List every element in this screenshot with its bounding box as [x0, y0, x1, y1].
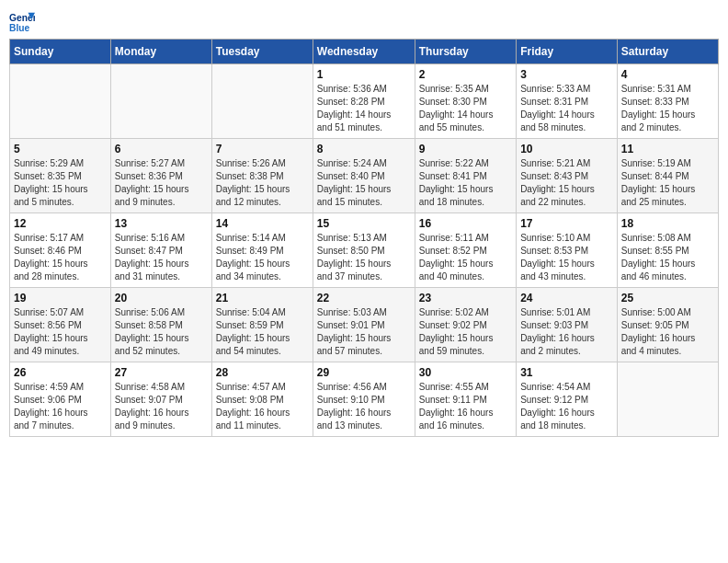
day-cell: 25Sunrise: 5:00 AM Sunset: 9:05 PM Dayli… — [617, 288, 718, 362]
day-cell: 1Sunrise: 5:36 AM Sunset: 8:28 PM Daylig… — [313, 64, 415, 139]
day-cell: 14Sunrise: 5:14 AM Sunset: 8:49 PM Dayli… — [211, 213, 313, 288]
day-info: Sunrise: 5:21 AM Sunset: 8:43 PM Dayligh… — [520, 157, 613, 209]
day-number: 30 — [419, 366, 512, 379]
day-info: Sunrise: 5:07 AM Sunset: 8:56 PM Dayligh… — [14, 306, 107, 358]
day-cell: 4Sunrise: 5:31 AM Sunset: 8:33 PM Daylig… — [617, 64, 718, 139]
day-info: Sunrise: 5:31 AM Sunset: 8:33 PM Dayligh… — [621, 83, 714, 134]
day-number: 20 — [115, 292, 208, 304]
day-cell: 29Sunrise: 4:56 AM Sunset: 9:10 PM Dayli… — [313, 362, 415, 437]
calendar-table: SundayMondayTuesdayWednesdayThursdayFrid… — [9, 39, 719, 437]
day-number: 16 — [419, 217, 512, 230]
day-number: 15 — [317, 217, 411, 230]
day-number: 22 — [317, 292, 411, 304]
logo-icon: General Blue — [9, 9, 35, 35]
day-cell: 31Sunrise: 4:54 AM Sunset: 9:12 PM Dayli… — [517, 362, 618, 437]
day-cell: 24Sunrise: 5:01 AM Sunset: 9:03 PM Dayli… — [517, 288, 618, 362]
day-number: 23 — [419, 292, 512, 304]
day-number: 24 — [520, 292, 613, 304]
day-number: 11 — [621, 143, 714, 155]
day-info: Sunrise: 4:56 AM Sunset: 9:10 PM Dayligh… — [317, 381, 411, 432]
day-info: Sunrise: 5:01 AM Sunset: 9:03 PM Dayligh… — [520, 306, 613, 358]
day-info: Sunrise: 5:27 AM Sunset: 8:36 PM Dayligh… — [115, 157, 208, 209]
column-header-thursday: Thursday — [415, 40, 516, 64]
week-row-5: 26Sunrise: 4:59 AM Sunset: 9:06 PM Dayli… — [10, 362, 719, 437]
day-info: Sunrise: 5:11 AM Sunset: 8:52 PM Dayligh… — [419, 232, 512, 283]
day-number: 5 — [14, 143, 107, 155]
day-number: 9 — [419, 143, 512, 155]
day-cell — [617, 362, 718, 437]
day-info: Sunrise: 5:17 AM Sunset: 8:46 PM Dayligh… — [14, 232, 107, 283]
day-info: Sunrise: 5:00 AM Sunset: 9:05 PM Dayligh… — [621, 306, 714, 358]
day-cell: 8Sunrise: 5:24 AM Sunset: 8:40 PM Daylig… — [313, 139, 415, 213]
day-info: Sunrise: 5:06 AM Sunset: 8:58 PM Dayligh… — [115, 306, 208, 358]
day-cell: 19Sunrise: 5:07 AM Sunset: 8:56 PM Dayli… — [10, 288, 111, 362]
day-info: Sunrise: 5:16 AM Sunset: 8:47 PM Dayligh… — [115, 232, 208, 283]
day-info: Sunrise: 5:24 AM Sunset: 8:40 PM Dayligh… — [317, 157, 411, 209]
day-number: 19 — [14, 292, 107, 304]
day-number: 17 — [520, 217, 613, 230]
day-info: Sunrise: 4:55 AM Sunset: 9:11 PM Dayligh… — [419, 381, 512, 432]
column-header-tuesday: Tuesday — [211, 40, 313, 64]
day-info: Sunrise: 5:02 AM Sunset: 9:02 PM Dayligh… — [419, 306, 512, 358]
day-number: 1 — [317, 68, 411, 81]
day-cell: 13Sunrise: 5:16 AM Sunset: 8:47 PM Dayli… — [110, 213, 211, 288]
day-cell: 22Sunrise: 5:03 AM Sunset: 9:01 PM Dayli… — [313, 288, 415, 362]
day-info: Sunrise: 4:54 AM Sunset: 9:12 PM Dayligh… — [520, 381, 613, 432]
day-number: 14 — [216, 217, 309, 230]
day-info: Sunrise: 4:57 AM Sunset: 9:08 PM Dayligh… — [216, 381, 309, 432]
week-row-3: 12Sunrise: 5:17 AM Sunset: 8:46 PM Dayli… — [10, 213, 719, 288]
calendar-header-row: SundayMondayTuesdayWednesdayThursdayFrid… — [10, 40, 719, 64]
day-info: Sunrise: 5:22 AM Sunset: 8:41 PM Dayligh… — [419, 157, 512, 209]
day-cell: 12Sunrise: 5:17 AM Sunset: 8:46 PM Dayli… — [10, 213, 111, 288]
day-number: 31 — [520, 366, 613, 379]
day-number: 13 — [115, 217, 208, 230]
logo: General Blue — [9, 9, 39, 35]
day-cell: 7Sunrise: 5:26 AM Sunset: 8:38 PM Daylig… — [211, 139, 313, 213]
day-info: Sunrise: 5:33 AM Sunset: 8:31 PM Dayligh… — [520, 83, 613, 134]
day-cell — [10, 64, 111, 139]
day-cell: 9Sunrise: 5:22 AM Sunset: 8:41 PM Daylig… — [415, 139, 516, 213]
day-cell: 11Sunrise: 5:19 AM Sunset: 8:44 PM Dayli… — [617, 139, 718, 213]
day-cell: 23Sunrise: 5:02 AM Sunset: 9:02 PM Dayli… — [415, 288, 516, 362]
day-info: Sunrise: 5:03 AM Sunset: 9:01 PM Dayligh… — [317, 306, 411, 358]
day-number: 6 — [115, 143, 208, 155]
day-info: Sunrise: 5:29 AM Sunset: 8:35 PM Dayligh… — [14, 157, 107, 209]
day-info: Sunrise: 4:59 AM Sunset: 9:06 PM Dayligh… — [14, 381, 107, 432]
day-info: Sunrise: 5:19 AM Sunset: 8:44 PM Dayligh… — [621, 157, 714, 209]
day-info: Sunrise: 5:10 AM Sunset: 8:53 PM Dayligh… — [520, 232, 613, 283]
day-cell — [211, 64, 313, 139]
column-header-friday: Friday — [517, 40, 618, 64]
day-cell: 30Sunrise: 4:55 AM Sunset: 9:11 PM Dayli… — [415, 362, 516, 437]
day-cell: 10Sunrise: 5:21 AM Sunset: 8:43 PM Dayli… — [517, 139, 618, 213]
day-number: 8 — [317, 143, 411, 155]
day-number: 21 — [216, 292, 309, 304]
day-cell: 17Sunrise: 5:10 AM Sunset: 8:53 PM Dayli… — [517, 213, 618, 288]
column-header-wednesday: Wednesday — [313, 40, 415, 64]
day-number: 27 — [115, 366, 208, 379]
day-cell: 3Sunrise: 5:33 AM Sunset: 8:31 PM Daylig… — [517, 64, 618, 139]
day-cell: 18Sunrise: 5:08 AM Sunset: 8:55 PM Dayli… — [617, 213, 718, 288]
day-number: 4 — [621, 68, 714, 81]
day-info: Sunrise: 5:14 AM Sunset: 8:49 PM Dayligh… — [216, 232, 309, 283]
day-number: 3 — [520, 68, 613, 81]
day-number: 10 — [520, 143, 613, 155]
day-number: 12 — [14, 217, 107, 230]
day-number: 7 — [216, 143, 309, 155]
day-number: 29 — [317, 366, 411, 379]
day-cell: 27Sunrise: 4:58 AM Sunset: 9:07 PM Dayli… — [110, 362, 211, 437]
column-header-saturday: Saturday — [617, 40, 718, 64]
week-row-2: 5Sunrise: 5:29 AM Sunset: 8:35 PM Daylig… — [10, 139, 719, 213]
day-cell: 5Sunrise: 5:29 AM Sunset: 8:35 PM Daylig… — [10, 139, 111, 213]
day-number: 28 — [216, 366, 309, 379]
column-header-monday: Monday — [110, 40, 211, 64]
week-row-1: 1Sunrise: 5:36 AM Sunset: 8:28 PM Daylig… — [10, 64, 719, 139]
day-cell: 26Sunrise: 4:59 AM Sunset: 9:06 PM Dayli… — [10, 362, 111, 437]
week-row-4: 19Sunrise: 5:07 AM Sunset: 8:56 PM Dayli… — [10, 288, 719, 362]
day-cell: 20Sunrise: 5:06 AM Sunset: 8:58 PM Dayli… — [110, 288, 211, 362]
day-info: Sunrise: 4:58 AM Sunset: 9:07 PM Dayligh… — [115, 381, 208, 432]
day-info: Sunrise: 5:26 AM Sunset: 8:38 PM Dayligh… — [216, 157, 309, 209]
day-number: 2 — [419, 68, 512, 81]
page-header: General Blue — [9, 9, 719, 35]
day-info: Sunrise: 5:04 AM Sunset: 8:59 PM Dayligh… — [216, 306, 309, 358]
day-number: 26 — [14, 366, 107, 379]
